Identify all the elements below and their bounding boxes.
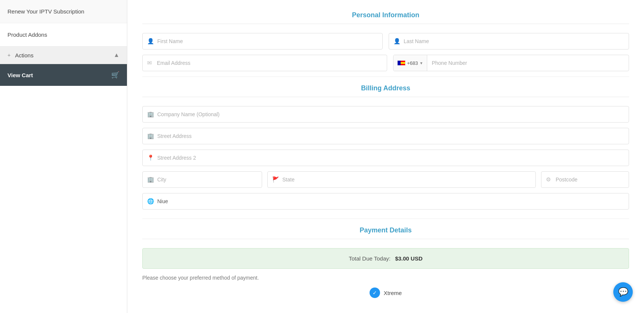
pin-icon: 📍 — [147, 154, 154, 161]
postcode-input[interactable] — [553, 177, 624, 183]
view-cart-label: View Cart — [7, 72, 33, 78]
building-icon: 🏢 — [147, 111, 154, 118]
street2-field[interactable]: 📍 — [142, 150, 629, 166]
view-cart-button[interactable]: View Cart 🛒 — [0, 64, 127, 86]
street1-row: 🏢 — [142, 128, 629, 144]
sidebar-item-label: Product Addons — [7, 31, 47, 38]
first-name-field[interactable]: 👤 — [142, 33, 383, 49]
street-icon: 🏢 — [147, 133, 154, 139]
checkmark: ✓ — [373, 290, 377, 296]
personal-info-section: Personal Information 👤 👤 ✉ +683 ▼ — [142, 11, 629, 71]
phone-input[interactable] — [427, 60, 629, 66]
street1-field[interactable]: 🏢 — [142, 128, 629, 144]
payment-option-xtreme[interactable]: ✓ Xtreme — [142, 288, 629, 298]
phone-dropdown-arrow: ▼ — [419, 61, 423, 65]
city-input[interactable] — [154, 177, 257, 183]
person-icon: 👤 — [147, 38, 154, 45]
sidebar-item-renew-iptv[interactable]: Renew Your IPTV Subscription — [0, 0, 127, 23]
postcode-icon: ⚙ — [546, 176, 553, 183]
email-icon: ✉ — [147, 60, 154, 66]
country-row: 🌐 — [142, 193, 629, 210]
last-name-input[interactable] — [401, 38, 624, 44]
phone-code: +683 — [407, 60, 418, 66]
cart-icon: 🛒 — [111, 71, 119, 79]
payment-title: Payment Details — [142, 226, 629, 239]
sidebar-item-product-addons[interactable]: Product Addons — [0, 23, 127, 46]
city-state-postcode-row: 🏢 🚩 ⚙ — [142, 171, 629, 188]
city-icon: 🏢 — [147, 176, 154, 183]
country-input[interactable] — [154, 198, 624, 204]
first-name-input[interactable] — [154, 38, 378, 44]
email-field[interactable]: ✉ — [142, 55, 387, 71]
chat-bubble-button[interactable]: 💬 — [613, 282, 633, 302]
globe-icon: 🌐 — [147, 198, 154, 205]
personal-info-title: Personal Information — [142, 11, 629, 24]
email-input[interactable] — [154, 60, 382, 66]
total-label: Total Due Today: — [349, 255, 390, 262]
person-icon: 👤 — [394, 38, 401, 45]
payment-section: Payment Details Total Due Today: $3.00 U… — [142, 226, 629, 298]
billing-address-section: Billing Address 🏢 🏢 📍 🏢 — [142, 84, 629, 210]
country-field[interactable]: 🌐 — [142, 193, 629, 210]
plus-icon: + — [7, 52, 10, 58]
actions-label: Actions — [15, 52, 33, 58]
check-icon: ✓ — [370, 288, 380, 298]
state-icon: 🚩 — [272, 176, 279, 183]
billing-address-title: Billing Address — [142, 84, 629, 97]
state-field[interactable]: 🚩 — [267, 171, 536, 188]
name-row: 👤 👤 — [142, 33, 629, 49]
sidebar-actions: + Actions ▲ — [0, 46, 127, 64]
phone-prefix-selector[interactable]: +683 ▼ — [394, 55, 427, 71]
payment-option-label: Xtreme — [384, 290, 402, 296]
contact-row: ✉ +683 ▼ — [142, 55, 629, 71]
city-field[interactable]: 🏢 — [142, 171, 262, 188]
main-content: Personal Information 👤 👤 ✉ +683 ▼ — [127, 0, 644, 313]
chat-icon: 💬 — [618, 287, 628, 297]
company-input[interactable] — [154, 111, 624, 117]
sidebar: Renew Your IPTV Subscription Product Add… — [0, 0, 127, 313]
sidebar-item-label: Renew Your IPTV Subscription — [7, 8, 84, 15]
payment-instructions: Please choose your preferred method of p… — [142, 275, 629, 281]
last-name-field[interactable]: 👤 — [389, 33, 629, 49]
phone-field[interactable]: +683 ▼ — [393, 55, 629, 71]
collapse-icon[interactable]: ▲ — [113, 52, 119, 58]
total-amount: $3.00 USD — [395, 255, 422, 262]
street1-input[interactable] — [154, 133, 624, 139]
postcode-field[interactable]: ⚙ — [541, 171, 629, 188]
total-box: Total Due Today: $3.00 USD — [142, 248, 629, 269]
state-input[interactable] — [279, 177, 531, 183]
street2-row: 📍 — [142, 150, 629, 166]
flag-icon — [397, 60, 405, 66]
street2-input[interactable] — [154, 155, 624, 161]
company-field[interactable]: 🏢 — [142, 106, 629, 123]
company-row: 🏢 — [142, 106, 629, 123]
